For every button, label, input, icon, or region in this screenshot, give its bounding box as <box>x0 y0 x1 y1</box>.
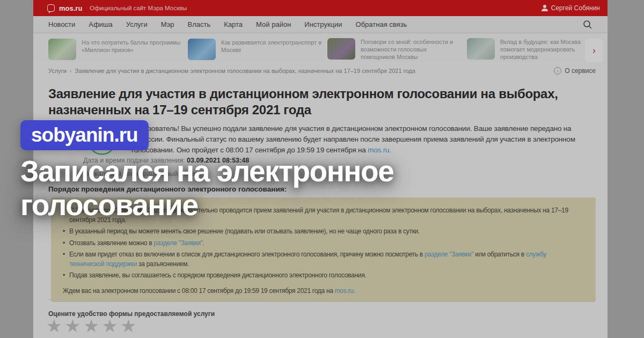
news-card[interactable]: На что потратить баллы программы «Миллио… <box>48 38 182 60</box>
account-menu[interactable]: Сергей Собянин <box>541 4 600 12</box>
applications-section-link[interactable]: разделе "Заявки" <box>153 239 202 247</box>
info-icon: i <box>554 67 561 75</box>
chevron-right-icon: › <box>592 45 596 56</box>
logo-text: mos.ru <box>59 4 82 12</box>
breadcrumb-root[interactable]: Услуги <box>48 68 67 74</box>
overlay-headline-line2: голосование <box>20 188 393 222</box>
mos-ru-logo-icon <box>47 4 55 12</box>
nav-item-instructions[interactable]: Инструкции <box>304 20 342 28</box>
star-icon[interactable]: ★ <box>46 316 65 336</box>
procedure-item: Отозвать заявление можно в разделе "Заяв… <box>63 239 583 248</box>
nav-item-authority[interactable]: Власть <box>188 20 211 28</box>
procedure-footer: Ждем вас на электронном голосовании с 08… <box>63 287 583 295</box>
about-service-label: О сервисе <box>565 67 596 75</box>
chevron-right-icon: › <box>70 68 72 74</box>
breadcrumb: Услуги › Заявление для участия в дистанц… <box>48 68 415 74</box>
nav-item-mayor[interactable]: Мэр <box>161 20 174 28</box>
news-carousel: На что потратить баллы программы «Миллио… <box>33 34 608 63</box>
breadcrumb-row: Услуги › Заявление для участия в дистанц… <box>48 67 596 75</box>
news-card[interactable]: Как развивается электротранспорт в Москв… <box>188 38 322 60</box>
news-title: Поговори со мной: особенности и возможно… <box>361 38 462 61</box>
star-icon[interactable]: ★ <box>83 316 102 336</box>
mos-ru-link[interactable]: mos.ru. <box>335 287 355 295</box>
nav-item-afisha[interactable]: Афиша <box>89 20 112 28</box>
status-line: Пользователь! Вы успешно подали заявлени… <box>131 123 617 134</box>
sobyanin-ru-badge: sobyanin.ru <box>20 120 149 150</box>
procedure-item: Подав заявление, вы соглашаетесь с поряд… <box>63 271 583 281</box>
applications-section-link[interactable]: разделе "Заявки" <box>425 251 473 258</box>
news-card[interactable]: Вклад в будущее: как Москва помогает мод… <box>467 37 601 61</box>
news-title: Как развивается электротранспорт в Москв… <box>221 39 322 54</box>
about-service-link[interactable]: i О сервисе <box>554 67 596 75</box>
star-icon[interactable]: ★ <box>65 316 84 336</box>
application-status-message: Пользователь! Вы успешно подали заявлени… <box>131 123 617 156</box>
nav-item-map[interactable]: Карта <box>224 20 243 28</box>
main-navigation: Новости Афиша Услуги Мэр Власть Карта Мо… <box>33 16 608 33</box>
news-thumbnail <box>188 39 216 60</box>
nav-item-feedback[interactable]: Обратная связь <box>356 20 407 28</box>
star-icon[interactable]: ★ <box>102 316 121 336</box>
mos-ru-link[interactable]: mos.ru. <box>368 146 391 154</box>
search-icon[interactable] <box>583 20 592 30</box>
nav-item-services[interactable]: Услуги <box>126 20 148 28</box>
status-line: комиссии. Финальный статус по вашему зая… <box>131 134 617 145</box>
news-thumbnail <box>48 39 76 60</box>
site-subtitle: Официальный сайт Мэра Москвы <box>90 5 187 11</box>
carousel-next-button[interactable]: › <box>585 39 603 62</box>
page-title: Заявление для участия в дистанционном эл… <box>48 86 566 118</box>
procedure-item: Если вам придет отказ во включении в спи… <box>63 250 583 269</box>
news-card[interactable]: Поговори со мной: особенности и возможно… <box>327 37 462 61</box>
news-thumbnail <box>327 38 355 60</box>
user-icon <box>541 5 548 11</box>
overlay-headline: Записался на электронное голосование <box>20 155 393 222</box>
breadcrumb-current: Заявление для участия в дистанционном эл… <box>75 68 415 74</box>
top-header-bar: mos.ru Официальный сайт Мэра Москвы Серг… <box>33 0 608 16</box>
nav-item-my-district[interactable]: Мой район <box>256 20 291 28</box>
overlay-headline-line1: Записался на электронное <box>20 155 393 188</box>
user-name: Сергей Собянин <box>551 4 600 12</box>
status-line: голосовании. Оно пройдет с 08:00 17 сент… <box>131 145 617 156</box>
nav-item-news[interactable]: Новости <box>48 20 75 28</box>
news-title: На что потратить баллы программы «Миллио… <box>82 39 182 54</box>
news-thumbnail <box>467 38 495 60</box>
star-icon[interactable]: ★ <box>120 316 139 336</box>
section-divider <box>48 299 596 300</box>
rating-stars: ★★★★★ <box>46 315 139 336</box>
mos-ru-logo[interactable]: mos.ru Официальный сайт Мэра Москвы <box>47 4 187 12</box>
procedure-item: В указанный период вы можете менять свое… <box>63 227 583 237</box>
